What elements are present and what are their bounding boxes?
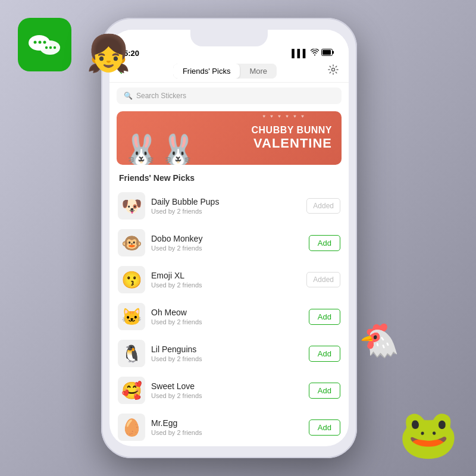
search-icon: 🔍: [124, 92, 133, 100]
deco-frog-sticker: 🐸: [399, 411, 458, 458]
sticker-thumbnail: 🥚: [118, 414, 145, 441]
sticker-info: Lil PenguinsUsed by 2 friends: [151, 345, 303, 362]
sticker-name: Dobo Monkey: [151, 234, 303, 243]
sticker-thumbnail: 🐧: [118, 340, 145, 367]
banner-line2: VALENTINE: [252, 136, 333, 151]
sticker-added-button[interactable]: Added: [306, 272, 340, 287]
tab-friends-picks[interactable]: Friends' Picks: [173, 64, 240, 79]
sticker-thumbnail: 🐱: [118, 303, 145, 330]
list-item: 🥚Mr.EggUsed by 2 friendsAdd: [109, 409, 349, 446]
sticker-add-button[interactable]: Add: [309, 346, 340, 362]
settings-icon[interactable]: [327, 64, 339, 79]
nav-bar: ‹ Friends' Picks More: [109, 60, 349, 83]
sticker-meta: Used by 2 friends: [151, 245, 303, 252]
sticker-meta: Used by 2 friends: [151, 318, 303, 325]
search-placeholder: Search Stickers: [136, 92, 186, 100]
svg-rect-10: [333, 51, 334, 54]
sticker-thumbnail: 😗: [118, 266, 145, 293]
list-item: 🐶Daily Bubble PupsUsed by 2 friendsAdded: [109, 187, 349, 224]
sticker-name: Daily Bubble Pups: [151, 197, 300, 206]
sticker-name: Lil Penguins: [151, 345, 303, 354]
sticker-meta: Used by 2 friends: [151, 355, 303, 362]
sticker-thumbnail: 🐵: [118, 229, 145, 256]
svg-point-6: [49, 46, 52, 49]
sticker-add-button[interactable]: Add: [309, 419, 340, 436]
sticker-add-button[interactable]: Add: [309, 383, 340, 399]
sticker-info: Daily Bubble PupsUsed by 2 friends: [151, 197, 300, 215]
sticker-thumbnail: 🐶: [118, 192, 145, 220]
sticker-name: Emoji XL: [151, 271, 300, 280]
sticker-add-button[interactable]: Add: [309, 309, 340, 325]
phone-frame: 5:20 ▌▌▌: [101, 18, 357, 458]
svg-rect-9: [322, 50, 331, 55]
sticker-add-button[interactable]: Add: [309, 235, 340, 251]
list-item: 🐧Lil PenguinsUsed by 2 friendsAdd: [109, 335, 349, 372]
banner-bunny-emoji: 🐰🐰: [123, 135, 196, 165]
sticker-thumbnail: 🥰: [118, 377, 145, 404]
list-item: 🐵Dobo MonkeyUsed by 2 friendsAdd: [109, 224, 349, 261]
status-icons: ▌▌▌: [292, 49, 334, 58]
svg-point-4: [43, 41, 46, 44]
svg-point-11: [331, 68, 334, 71]
svg-point-2: [34, 41, 37, 44]
sticker-info: Dobo MonkeyUsed by 2 friends: [151, 234, 303, 252]
sticker-added-button[interactable]: Added: [306, 198, 340, 214]
sticker-meta: Used by 2 friends: [151, 281, 300, 289]
phone-screen: 5:20 ▌▌▌: [109, 30, 349, 446]
svg-point-5: [45, 46, 48, 49]
sticker-meta: Used by 2 friends: [151, 208, 300, 215]
sticker-info: Oh MeowUsed by 2 friends: [151, 308, 303, 325]
banner-line1: CHUBBY BUNNY: [252, 125, 333, 136]
wifi-icon: [311, 49, 319, 58]
sticker-meta: Used by 2 friends: [151, 392, 303, 399]
search-bar[interactable]: 🔍 Search Stickers: [117, 87, 342, 104]
screen-content: 5:20 ▌▌▌: [109, 30, 349, 446]
sticker-list: 🐶Daily Bubble PupsUsed by 2 friendsAdded…: [109, 187, 349, 446]
wechat-app-icon: [18, 18, 71, 71]
sticker-name: Oh Meow: [151, 308, 303, 317]
sticker-info: Emoji XLUsed by 2 friends: [151, 271, 300, 289]
list-item: 😗Emoji XLUsed by 2 friendsAdded: [109, 261, 349, 298]
banner-hearts: ♥ ♥ ♥ ♥ ♥ ♥: [262, 114, 306, 119]
section-title: Friends' New Picks: [109, 171, 349, 187]
notch: [190, 30, 268, 46]
svg-point-7: [54, 46, 56, 49]
signal-icon: ▌▌▌: [292, 49, 308, 58]
battery-icon: [321, 49, 334, 58]
sticker-name: Sweet Love: [151, 381, 303, 391]
banner-text: ♥ ♥ ♥ ♥ ♥ ♥ CHUBBY BUNNY VALENTINE: [252, 125, 333, 151]
sticker-info: Mr.EggUsed by 2 friends: [151, 418, 303, 436]
list-item: 🥰Sweet LoveUsed by 2 friendsAdd: [109, 372, 349, 409]
sticker-name: Mr.Egg: [151, 418, 303, 428]
svg-point-3: [39, 41, 42, 44]
sticker-info: Sweet LoveUsed by 2 friends: [151, 381, 303, 399]
deco-chicken-sticker: 🐔: [359, 324, 400, 357]
banner: 🐰🐰 ♥ ♥ ♥ ♥ ♥ ♥ CHUBBY BUNNY VALENTINE: [117, 111, 342, 165]
sticker-meta: Used by 2 friends: [151, 429, 303, 436]
nav-tabs: Friends' Picks More: [173, 64, 277, 79]
list-item: 🐱Oh MeowUsed by 2 friendsAdd: [109, 298, 349, 335]
tab-more[interactable]: More: [240, 64, 277, 79]
deco-girl-sticker: 👧: [86, 36, 131, 71]
